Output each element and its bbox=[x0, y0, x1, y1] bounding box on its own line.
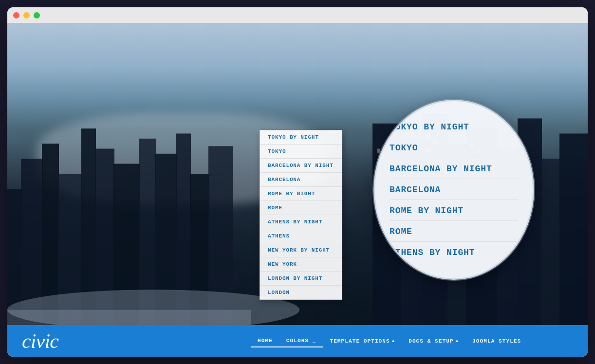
main-area: TOKYO BY NIGHT TOKYO BARCELONA BY NIGHT … bbox=[7, 23, 588, 325]
svg-rect-19 bbox=[541, 159, 560, 325]
dropdown-item-newyork-night[interactable]: NEW YORK BY NIGHT bbox=[260, 243, 342, 257]
dropdown-item-london[interactable]: LONDON bbox=[260, 286, 342, 299]
nav-item-docs-label: DOCS & SETUP bbox=[409, 338, 453, 344]
dropdown-menu: TOKYO BY NIGHT TOKYO BARCELONA BY NIGHT … bbox=[260, 130, 342, 300]
magnifier-item-5[interactable]: ROME bbox=[390, 222, 518, 242]
nav-item-template-options-label: TEMPLATE OPTIONS bbox=[330, 338, 390, 344]
dropdown-item-tokyo-night[interactable]: TOKYO BY NIGHT bbox=[260, 130, 342, 145]
svg-rect-30 bbox=[7, 310, 251, 325]
magnifier-item-6[interactable]: ATHENS BY NIGHT bbox=[390, 243, 518, 262]
svg-rect-20 bbox=[559, 134, 588, 325]
nav-item-template-options[interactable]: TEMPLATE OPTIONS ▲ bbox=[323, 335, 402, 347]
dropdown-item-athens[interactable]: ATHENS bbox=[260, 229, 342, 243]
dropdown-item-athens-night[interactable]: ATHENS BY NIGHT bbox=[260, 215, 342, 229]
dropdown-item-rome[interactable]: ROME bbox=[260, 201, 342, 215]
nav-item-joomla-styles[interactable]: JOOMLA STYLES bbox=[465, 335, 528, 347]
magnifier-item-0[interactable]: TOKYO BY NIGHT bbox=[390, 117, 518, 137]
magnifier-content: TOKYO BY NIGHT TOKYO BARCELONA BY NIGHT … bbox=[375, 101, 533, 278]
magnifier-circle: TOKYO BY NIGHT TOKYO BARCELONA BY NIGHT … bbox=[373, 100, 534, 280]
navbar: civic HOME COLORS _ TEMPLATE OPTIONS ▲ D… bbox=[7, 325, 588, 357]
browser-window: TOKYO BY NIGHT TOKYO BARCELONA BY NIGHT … bbox=[7, 7, 588, 357]
dropdown-item-rome-night[interactable]: ROME BY NIGHT bbox=[260, 187, 342, 201]
main-nav: HOME COLORS _ TEMPLATE OPTIONS ▲ DOCS & … bbox=[205, 335, 573, 347]
title-bar bbox=[7, 7, 588, 23]
magnifier-item-4[interactable]: ROME BY NIGHT bbox=[390, 201, 518, 221]
brand-logo[interactable]: civic bbox=[22, 329, 205, 353]
nav-item-colors[interactable]: COLORS _ bbox=[279, 335, 323, 347]
dropdown-item-barcelona-night[interactable]: BARCELONA BY NIGHT bbox=[260, 159, 342, 173]
magnifier-item-3[interactable]: BARCELONA bbox=[390, 180, 518, 200]
nav-item-home[interactable]: HOME bbox=[251, 335, 279, 347]
svg-rect-21 bbox=[377, 149, 380, 153]
magnifier-item-1[interactable]: TOKYO bbox=[390, 138, 518, 158]
template-options-arrow-icon: ▲ bbox=[392, 339, 395, 344]
minimize-button[interactable] bbox=[23, 12, 30, 18]
nav-item-docs-setup[interactable]: DOCS & SETUP ▲ bbox=[402, 335, 465, 347]
maximize-button[interactable] bbox=[34, 12, 40, 18]
dropdown-item-newyork[interactable]: NEW YORK bbox=[260, 257, 342, 272]
magnifier-item-2[interactable]: BARCELONA BY NIGHT bbox=[390, 159, 518, 179]
browser-content: TOKYO BY NIGHT TOKYO BARCELONA BY NIGHT … bbox=[7, 23, 588, 357]
dropdown-item-tokyo[interactable]: TOKYO bbox=[260, 145, 342, 159]
docs-setup-arrow-icon: ▲ bbox=[456, 339, 459, 344]
dropdown-item-barcelona[interactable]: BARCELONA bbox=[260, 173, 342, 187]
dropdown-item-london-night[interactable]: LONDON BY NIGHT bbox=[260, 272, 342, 286]
close-button[interactable] bbox=[13, 12, 19, 18]
